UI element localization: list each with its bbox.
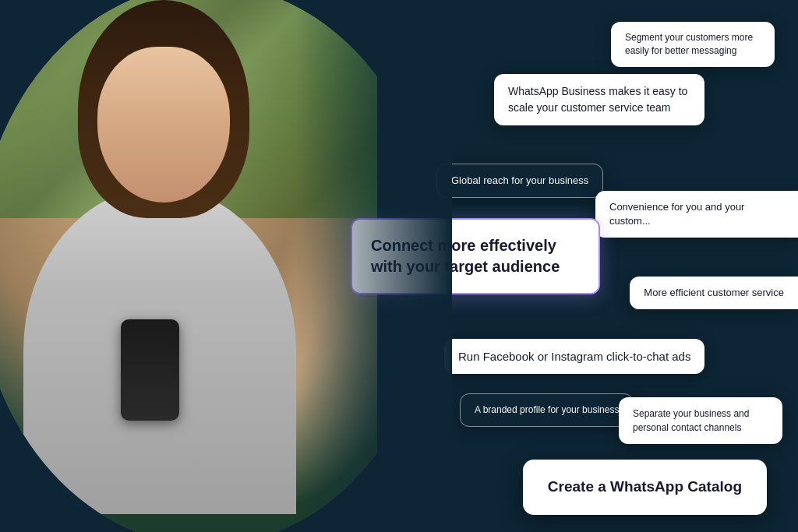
scene: Segment your customers more easily for b… xyxy=(0,0,798,532)
phone-in-hand xyxy=(121,319,179,421)
card-whatsapp-scale: WhatsApp Business makes it easy to scale… xyxy=(494,74,704,125)
card-separate-channels: Separate your business and personal cont… xyxy=(619,397,782,444)
card-efficient: More efficient customer service xyxy=(630,277,798,309)
person-face xyxy=(97,47,230,203)
card-facebook-ads: Run Facebook or Instagram click-to-chat … xyxy=(444,339,704,374)
card-segment: Segment your customers more easily for b… xyxy=(611,22,775,67)
card-create-catalog[interactable]: Create a WhatsApp Catalog xyxy=(523,460,767,515)
card-connect-main: Connect more effectively with your targe… xyxy=(351,218,600,294)
card-global-reach: Global reach for your business xyxy=(436,164,603,198)
card-branded-profile: A branded profile for your business xyxy=(460,393,634,427)
card-convenience: Convenience for you and your custom... xyxy=(595,191,798,238)
